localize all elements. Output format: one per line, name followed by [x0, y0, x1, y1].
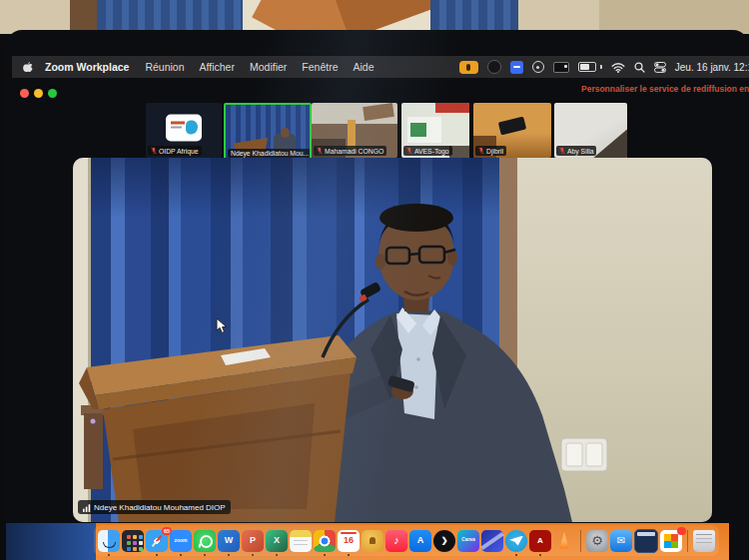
menu-aide[interactable]: Aide: [354, 61, 374, 73]
window-zoom-button[interactable]: [48, 89, 57, 98]
bezel-right: [729, 523, 749, 560]
africa-map-shape: [186, 121, 198, 135]
dock-chrome-icon[interactable]: [314, 530, 336, 552]
dock-finder-icon[interactable]: [98, 530, 120, 552]
photo-of-laptop-screen: Zoom Workplace Réunion Afficher Modifier…: [0, 0, 749, 560]
dock-whatsapp-icon[interactable]: [194, 530, 216, 552]
dock-mail-icon[interactable]: ✉: [610, 530, 632, 552]
participant-thumbnail[interactable]: AVES-Togo: [401, 103, 469, 158]
door-frame: [70, 0, 97, 34]
oidp-logo: [166, 115, 202, 142]
dock-settings-icon[interactable]: ⚙: [586, 530, 608, 552]
participant-thumbnail-active-speaker[interactable]: Ndeye Khadidiatou Mou...: [224, 103, 312, 162]
participant-name-badge: AVES-Togo: [403, 146, 452, 156]
dock: 65 zoom W P X 16 ♪ A ❯ Canva A ⚙ ✉: [94, 525, 719, 556]
menu-fenetre[interactable]: Fenêtre: [302, 61, 338, 73]
active-speaker-name-label: Ndeye Khadidiatou Mouhamed DIOP: [78, 500, 231, 514]
wallpaper-blue: [6, 523, 96, 560]
participant-name-badge: Aby Silla: [556, 146, 596, 156]
muted-mic-icon: [478, 147, 484, 155]
podium: [79, 335, 357, 522]
screen-record-icon[interactable]: [532, 61, 544, 73]
participant-name-badge: Djibril: [475, 146, 506, 156]
dock-amber-app-icon[interactable]: [362, 530, 383, 552]
dock-window-preview-icon[interactable]: [634, 529, 658, 553]
menu-bar-clock[interactable]: Jeu. 16 janv. 12:1: [675, 62, 749, 73]
dock-word-icon[interactable]: W: [218, 530, 240, 552]
menu-bar: Zoom Workplace Réunion Afficher Modifier…: [12, 56, 749, 78]
dock-music-icon[interactable]: ♪: [385, 530, 407, 552]
dock-canva-icon[interactable]: Canva: [457, 530, 479, 552]
participant-thumbnail[interactable]: Djibril: [473, 103, 551, 158]
muted-mic-icon: [406, 147, 412, 155]
mouse-cursor: [216, 317, 228, 338]
camera-stand: [81, 405, 105, 489]
participant-name-badge: Mahamadi CONGO: [314, 146, 386, 156]
window-minimize-button[interactable]: [34, 89, 43, 98]
room-curtain-right: [430, 0, 518, 34]
dock-appstore-icon[interactable]: A: [409, 530, 431, 552]
room-curtain-left: [97, 0, 243, 34]
projected-image-shape: [332, 0, 430, 34]
dock-notes-icon[interactable]: [290, 530, 312, 552]
window-close-button[interactable]: [20, 89, 29, 98]
muted-mic-icon: [151, 147, 157, 155]
input-source-icon[interactable]: [510, 61, 523, 74]
wifi-icon[interactable]: [611, 62, 625, 73]
display-icon[interactable]: [553, 62, 569, 73]
menu-afficher[interactable]: Afficher: [200, 61, 235, 73]
dock-powerpoint-icon[interactable]: P: [242, 530, 264, 552]
audio-signal-bars-icon: [83, 503, 91, 512]
participant-thumbnail[interactable]: Aby Silla: [554, 103, 627, 158]
battery-icon[interactable]: [578, 62, 598, 72]
dock-microsoft365-icon[interactable]: [660, 530, 682, 552]
mic-in-use-icon[interactable]: [459, 61, 478, 74]
dock-acrobat-icon[interactable]: A: [529, 530, 551, 552]
muted-mic-icon: [559, 147, 565, 155]
video-scene: [73, 158, 712, 522]
room-wall: [599, 0, 749, 34]
light-switch: [561, 438, 607, 471]
dock-trash-icon[interactable]: [693, 530, 715, 552]
laptop-screen: Zoom Workplace Réunion Afficher Modifier…: [6, 30, 749, 560]
banner-text: Personnaliser le service de rediffusion …: [581, 84, 749, 94]
menu-modifier[interactable]: Modifier: [250, 61, 287, 73]
menu-reunion[interactable]: Réunion: [145, 61, 184, 73]
live-stream-banner: Personnaliser le service de rediffusion …: [577, 82, 749, 96]
room-background: [0, 0, 749, 34]
dock-launchpad-icon[interactable]: [122, 530, 144, 552]
speaker-video-feed[interactable]: [73, 158, 712, 522]
muted-mic-icon: [317, 147, 323, 155]
spotlight-icon[interactable]: [634, 62, 645, 73]
dock-telegram-icon[interactable]: [505, 530, 527, 552]
dock-separator: [580, 530, 581, 552]
dock-excel-icon[interactable]: X: [266, 530, 288, 552]
dock-safari-icon[interactable]: 65: [146, 530, 168, 552]
camera-status-icon[interactable]: [487, 60, 501, 74]
dock-dark-arrow-app-icon[interactable]: ❯: [433, 530, 455, 552]
dock-blue-app-icon[interactable]: [481, 530, 503, 552]
participant-name-badge: Ndeye Khadidiatou Mou...: [228, 149, 311, 158]
participant-thumbnail[interactable]: OIDP Afrique: [146, 103, 222, 158]
apple-logo-icon[interactable]: [22, 61, 33, 74]
dock-vlc-icon[interactable]: [553, 530, 575, 552]
participant-thumbnail[interactable]: Mahamadi CONGO: [312, 103, 397, 158]
dock-zoom-icon[interactable]: zoom: [170, 530, 192, 552]
menu-app-name[interactable]: Zoom Workplace: [45, 61, 129, 73]
dock-calendar-icon[interactable]: 16: [338, 530, 360, 552]
projection-screen: [243, 0, 430, 34]
dock-separator: [687, 530, 688, 552]
control-center-icon[interactable]: [654, 62, 666, 73]
participant-name-badge: OIDP Afrique: [148, 146, 202, 156]
battery-cap: [600, 65, 602, 69]
